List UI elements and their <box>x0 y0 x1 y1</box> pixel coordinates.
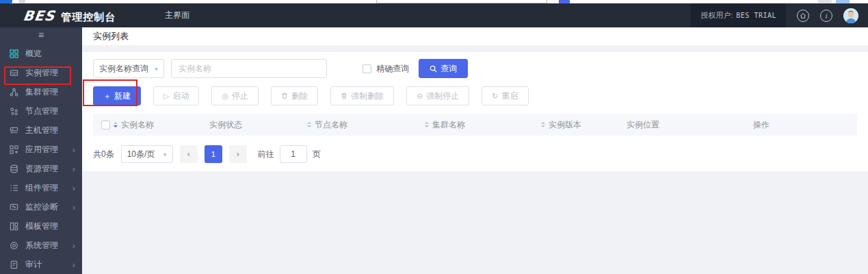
stop-button[interactable]: ◎ 停止 <box>211 86 259 105</box>
sort-caret-icon[interactable] <box>425 122 429 127</box>
app-logo: BES 管理控制台 <box>23 8 116 24</box>
search-input[interactable] <box>171 59 327 78</box>
sidebar-collapse-icon[interactable]: ≡ <box>0 29 82 41</box>
cluster-icon <box>10 87 19 97</box>
page-title: 实例列表 <box>93 30 129 42</box>
template-icon <box>10 221 19 231</box>
chevron-down-icon: ▾ <box>163 151 167 158</box>
delete-button-label: 删除 <box>291 90 308 102</box>
sidebar-item-node-mgmt[interactable]: 节点管理 <box>0 101 82 121</box>
create-button[interactable]: ＋ 新建 <box>93 86 141 105</box>
breadcrumb-bar: 实例列表 <box>82 27 868 45</box>
sidebar-item-label: 监控诊断 <box>25 201 58 213</box>
exact-query-label: 精确查询 <box>376 63 409 75</box>
column-instance-version[interactable]: 实例版本 <box>541 119 627 131</box>
sidebar-item-instance-mgmt[interactable]: 实例管理 <box>0 63 82 82</box>
force-stop-button[interactable]: ⊖ 强制停止 <box>406 86 469 105</box>
sidebar-item-label: 节点管理 <box>25 105 58 117</box>
instance-icon <box>10 68 19 77</box>
sidebar-item-cluster-mgmt[interactable]: 集群管理 <box>0 82 82 101</box>
sidebar-item-monitor-diagnosis[interactable]: 监控诊断 › <box>0 197 82 216</box>
exact-query-option[interactable]: 精确查询 <box>363 63 409 75</box>
browser-chrome-strip <box>0 0 868 3</box>
select-all-cell <box>93 121 114 129</box>
select-all-checkbox[interactable] <box>101 121 110 129</box>
search-field-select-value: 实例名称查询 <box>99 63 148 75</box>
home-icon[interactable] <box>797 10 809 22</box>
force-stop-button-label: 强制停止 <box>426 90 459 102</box>
sort-caret-icon[interactable] <box>307 122 311 127</box>
delete-button[interactable]: 删除 <box>271 86 318 105</box>
table-header-row: 实例名称 实例状态 节点名称 集群名称 实例版本 实例 <box>93 114 857 136</box>
query-button-label: 查询 <box>440 63 457 75</box>
prev-page-button[interactable]: ‹ <box>180 145 198 163</box>
total-count: 共0条 <box>93 149 114 160</box>
column-cluster-name[interactable]: 集群名称 <box>425 119 541 131</box>
tab-main-view[interactable]: 主界面 <box>158 10 196 21</box>
sidebar-item-label: 模板管理 <box>25 221 58 232</box>
sidebar-item-overview[interactable]: 概览 <box>0 44 82 63</box>
sidebar: ≡ 概览 实例管理 集群管理 <box>0 27 82 274</box>
pagination-bar: 共0条 10条/页 ▾ ‹ 1 › 前往 页 <box>93 145 857 163</box>
info-glyph: i <box>825 12 827 20</box>
query-button[interactable]: 查询 <box>419 59 468 78</box>
sidebar-item-host-mgmt[interactable]: 主机管理 <box>0 121 82 140</box>
sidebar-item-system-mgmt[interactable]: 系统管理 › <box>0 236 82 255</box>
sort-caret-icon[interactable] <box>114 122 118 127</box>
search-field-select[interactable]: 实例名称查询 ▾ <box>93 59 164 78</box>
column-node-name[interactable]: 节点名称 <box>307 119 425 131</box>
sidebar-item-app-mgmt[interactable]: 应用管理 › <box>0 140 82 159</box>
column-label: 操作 <box>753 119 770 131</box>
browser-button-fragment <box>818 0 832 3</box>
sidebar-item-component-mgmt[interactable]: 组件管理 › <box>0 178 82 197</box>
toolbar-row: ＋ 新建 ▷ 启动 ◎ 停止 删除 <box>93 86 857 105</box>
sidebar-item-label: 集群管理 <box>25 86 58 98</box>
next-page-button[interactable]: › <box>229 145 247 163</box>
chevron-right-icon: › <box>73 203 75 212</box>
browser-accent-fragment <box>559 0 570 3</box>
user-avatar[interactable] <box>843 8 858 23</box>
component-icon <box>10 183 19 192</box>
overview-grid-icon <box>10 49 19 58</box>
sidebar-item-resource-mgmt[interactable]: 资源管理 › <box>0 159 82 178</box>
column-label: 实例状态 <box>209 119 242 131</box>
info-icon[interactable]: i <box>820 10 832 22</box>
column-instance-name[interactable]: 实例名称 <box>114 119 209 131</box>
sidebar-item-template-mgmt[interactable]: 模板管理 <box>0 216 82 236</box>
app-icon <box>10 145 19 154</box>
licensed-user-label: 授权用户: <box>700 10 733 21</box>
sidebar-item-label: 组件管理 <box>25 182 58 194</box>
chevron-right-icon: › <box>73 241 75 250</box>
start-button[interactable]: ▷ 启动 <box>153 86 199 105</box>
column-label: 节点名称 <box>315 119 347 131</box>
sidebar-item-label: 资源管理 <box>25 163 58 175</box>
start-button-label: 启动 <box>172 90 189 102</box>
goto-page-input[interactable] <box>280 145 307 163</box>
sidebar-item-label: 概览 <box>25 48 42 60</box>
chevron-right-icon: › <box>73 164 75 173</box>
product-title: 管理控制台 <box>61 11 116 24</box>
search-icon <box>430 65 437 73</box>
system-gear-icon <box>10 240 19 250</box>
sort-caret-icon[interactable] <box>541 122 545 127</box>
search-row: 实例名称查询 ▾ 精确查询 查询 <box>93 59 857 78</box>
restart-button[interactable]: ↻ 重启 <box>482 86 528 105</box>
page-size-select[interactable]: 10条/页 ▾ <box>121 145 173 163</box>
chevron-right-icon: › <box>73 184 75 192</box>
browser-tab-fragment <box>0 0 12 3</box>
column-label: 实例位置 <box>627 119 659 131</box>
audit-doc-icon <box>10 260 19 269</box>
goto-suffix: 页 <box>313 149 321 160</box>
trash-icon <box>281 92 288 99</box>
instance-list-card: 实例名称查询 ▾ 精确查询 查询 ＋ 新建 <box>82 52 868 171</box>
browser-button-fragment <box>836 0 850 3</box>
monitor-icon <box>10 202 19 212</box>
column-instance-location: 实例位置 <box>627 119 753 131</box>
force-delete-button[interactable]: 强制删除 <box>330 86 394 105</box>
main-content: 实例列表 实例名称查询 ▾ 精确查询 查询 <box>82 27 868 274</box>
sidebar-item-audit[interactable]: 审计 › <box>0 255 82 274</box>
sidebar-item-label: 系统管理 <box>25 240 58 251</box>
browser-icon-fragment <box>18 0 25 3</box>
page-1-button[interactable]: 1 <box>205 145 222 163</box>
exact-query-checkbox[interactable] <box>363 64 371 73</box>
